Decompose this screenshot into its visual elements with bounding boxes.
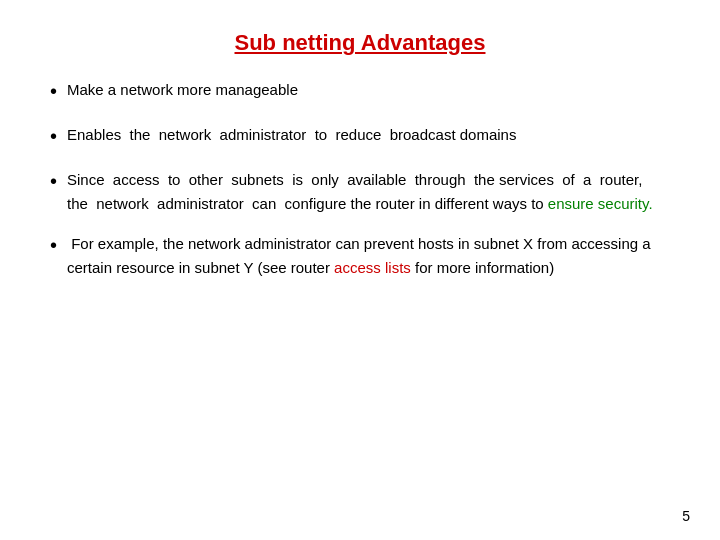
bullet-dot-3: • — [50, 166, 57, 197]
bullet-text-2: Enables the network administrator to red… — [67, 123, 670, 147]
bullet-item-2: • Enables the network administrator to r… — [50, 123, 670, 152]
bullet-dot-2: • — [50, 121, 57, 152]
slide-container: Sub netting Advantages • Make a network … — [0, 0, 720, 540]
page-number: 5 — [682, 508, 690, 524]
highlight-access-lists: access lists — [334, 259, 411, 276]
bullet-text-1: Make a network more manageable — [67, 78, 670, 102]
slide-title: Sub netting Advantages — [50, 30, 670, 56]
bullet-item-3: • Since access to other subnets is only … — [50, 168, 670, 216]
bullet-dot-4: • — [50, 230, 57, 261]
bullet-text-3: Since access to other subnets is only av… — [67, 168, 670, 216]
bullet-item-4: • For example, the network administrator… — [50, 232, 670, 280]
bullet-item-1: • Make a network more manageable — [50, 78, 670, 107]
bullet-dot-1: • — [50, 76, 57, 107]
bullet-list: • Make a network more manageable • Enabl… — [50, 78, 670, 280]
bullet-text-4: For example, the network administrator c… — [67, 232, 670, 280]
highlight-ensure-security: ensure security. — [548, 195, 653, 212]
